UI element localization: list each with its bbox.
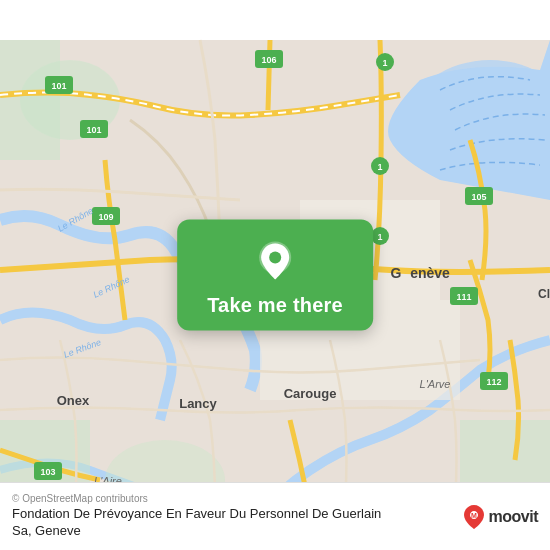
svg-text:Onex: Onex — [57, 393, 90, 408]
svg-text:101: 101 — [86, 125, 101, 135]
moovit-text: moovit — [489, 508, 538, 526]
svg-text:enève: enève — [410, 265, 450, 281]
take-me-there-label: Take me there — [207, 294, 343, 317]
svg-text:109: 109 — [98, 212, 113, 222]
svg-text:Carouge: Carouge — [284, 386, 337, 401]
green-card[interactable]: Take me there — [177, 220, 373, 331]
svg-point-47 — [269, 252, 281, 264]
svg-text:L'Arve: L'Arve — [420, 378, 451, 390]
moovit-pin-icon: M — [463, 504, 485, 530]
svg-text:1: 1 — [377, 232, 382, 242]
take-me-there-button[interactable]: Take me there — [177, 220, 373, 331]
svg-text:M: M — [471, 512, 477, 519]
svg-text:111: 111 — [456, 292, 471, 302]
svg-text:105: 105 — [471, 192, 486, 202]
bottom-left: © OpenStreetMap contributors Fondation D… — [12, 493, 392, 540]
location-name: Fondation De Prévoyance En Faveur Du Per… — [12, 506, 392, 540]
attribution-text: © OpenStreetMap contributors — [12, 493, 392, 504]
svg-text:101: 101 — [51, 81, 66, 91]
moovit-logo: M moovit — [463, 504, 538, 530]
location-pin-icon — [253, 240, 297, 284]
svg-text:G: G — [391, 265, 402, 281]
svg-text:106: 106 — [261, 55, 276, 65]
svg-text:1: 1 — [382, 58, 387, 68]
svg-text:112: 112 — [486, 377, 501, 387]
svg-text:103: 103 — [40, 467, 55, 477]
svg-text:Cl: Cl — [538, 287, 550, 301]
map-container: 101 106 1 101 109 1 105 1 111 103 112 — [0, 0, 550, 550]
svg-text:Lancy: Lancy — [179, 396, 217, 411]
bottom-bar: © OpenStreetMap contributors Fondation D… — [0, 482, 550, 550]
svg-text:1: 1 — [377, 162, 382, 172]
